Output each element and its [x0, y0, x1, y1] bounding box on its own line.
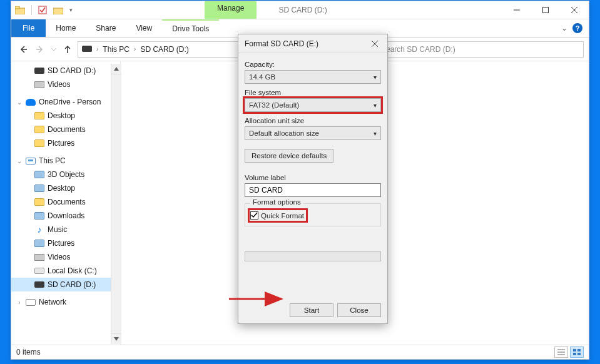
- chevron-down-icon: ▾: [374, 74, 377, 81]
- svg-rect-1: [15, 6, 19, 9]
- tree-sdcard[interactable]: SD CARD (D:): [11, 278, 120, 291]
- ribbon-tab-home[interactable]: Home: [46, 19, 86, 37]
- qat-checkbox-icon[interactable]: [38, 6, 47, 14]
- start-button[interactable]: Start: [290, 303, 333, 317]
- status-bar: 0 items: [11, 345, 589, 359]
- scroll-up-icon[interactable]: [111, 64, 121, 74]
- breadcrumb-current[interactable]: SD CARD (D:): [140, 45, 188, 54]
- ribbon-tab-view[interactable]: View: [126, 19, 162, 37]
- view-details-button[interactable]: [554, 346, 568, 358]
- chevron-down-icon: ▾: [374, 130, 377, 137]
- usb-drive-icon: [82, 45, 92, 54]
- ribbon-collapse-icon[interactable]: ⌄: [561, 24, 567, 33]
- tree-music[interactable]: ♪Music: [11, 223, 120, 236]
- capacity-label: Capacity:: [245, 61, 381, 68]
- tree-scrollbar[interactable]: [111, 64, 121, 344]
- ribbon-tab-share[interactable]: Share: [86, 19, 126, 37]
- qat-folder-icon[interactable]: [53, 6, 63, 14]
- back-button[interactable]: [16, 43, 30, 56]
- format-options-legend: Format options: [250, 198, 303, 206]
- filesystem-combo[interactable]: FAT32 (Default)▾: [245, 98, 381, 112]
- progress-bar: [245, 251, 381, 261]
- annotation-arrow: [226, 290, 289, 308]
- breadcrumb-this-pc[interactable]: This PC: [103, 45, 130, 54]
- capacity-combo[interactable]: 14.4 GB▾: [245, 70, 381, 84]
- tree-downloads[interactable]: Downloads: [11, 209, 120, 223]
- tree-thispc[interactable]: ⌄This PC: [11, 154, 120, 168]
- maximize-button[interactable]: [531, 1, 560, 19]
- explorer-icon: [15, 6, 25, 14]
- allocation-label: Allocation unit size: [245, 117, 381, 124]
- forward-button[interactable]: [33, 43, 47, 56]
- breadcrumb-sep: ›: [133, 46, 137, 53]
- breadcrumb-sep: ›: [95, 46, 99, 53]
- svg-rect-3: [53, 8, 63, 14]
- search-input[interactable]: Search SD CARD (D:): [377, 41, 584, 58]
- ribbon-file-tab[interactable]: File: [11, 19, 46, 37]
- filesystem-label: File system: [245, 89, 381, 96]
- chevron-down-icon: ▾: [374, 102, 377, 109]
- volume-label-label: Volume label: [245, 174, 381, 181]
- help-icon[interactable]: ?: [572, 23, 582, 33]
- tree-onedrive[interactable]: ⌄OneDrive - Person: [11, 95, 120, 109]
- context-tab-manage[interactable]: Manage: [205, 1, 257, 19]
- format-options-fieldset: Format options Quick Format: [245, 203, 381, 226]
- up-button[interactable]: [61, 43, 74, 56]
- titlebar: ▾ Manage SD CARD (D:): [11, 1, 589, 19]
- tree-localdisk[interactable]: Local Disk (C:): [11, 264, 120, 278]
- dialog-close-button[interactable]: [369, 41, 381, 47]
- quick-format-label: Quick Format: [261, 212, 304, 220]
- tree-desktop[interactable]: Desktop: [11, 181, 120, 195]
- recent-dropdown[interactable]: [50, 43, 58, 56]
- svg-rect-15: [577, 349, 581, 351]
- tree-network[interactable]: ›Network: [11, 295, 120, 309]
- tree-onedrive-desktop[interactable]: Desktop: [11, 109, 120, 123]
- tree-onedrive-pictures[interactable]: Pictures: [11, 136, 120, 150]
- volume-label-input[interactable]: [245, 183, 381, 197]
- tree-pictures[interactable]: Pictures: [11, 236, 120, 250]
- scroll-down-icon[interactable]: [111, 333, 121, 344]
- tree-sdcard-top[interactable]: SD CARD (D:): [11, 64, 120, 78]
- svg-rect-2: [39, 6, 46, 14]
- svg-rect-17: [577, 353, 581, 355]
- dialog-titlebar: Format SD CARD (E:): [238, 34, 387, 53]
- tree-3dobjects[interactable]: 3D Objects: [11, 168, 120, 181]
- svg-rect-14: [573, 349, 576, 351]
- window-title: SD CARD (D:): [257, 1, 502, 19]
- ribbon-tab-drive-tools[interactable]: Drive Tools: [162, 19, 219, 37]
- restore-defaults-button[interactable]: Restore device defaults: [245, 149, 333, 163]
- tree-videos[interactable]: Videos: [11, 250, 120, 264]
- qat-dropdown-icon[interactable]: ▾: [69, 7, 73, 13]
- svg-rect-16: [573, 353, 576, 355]
- close-button[interactable]: [560, 1, 589, 19]
- quick-format-checkbox[interactable]: [250, 211, 258, 220]
- tree-onedrive-documents[interactable]: Documents: [11, 123, 120, 136]
- view-large-icons-button[interactable]: [570, 346, 584, 358]
- tree-documents[interactable]: Documents: [11, 195, 120, 209]
- format-dialog: Format SD CARD (E:) Capacity: 14.4 GB▾ F…: [238, 34, 388, 324]
- tree-videos-top[interactable]: Videos: [11, 78, 120, 91]
- close-dialog-button[interactable]: Close: [337, 303, 381, 317]
- nav-tree[interactable]: SD CARD (D:) Videos ⌄OneDrive - Person D…: [11, 61, 121, 345]
- minimize-button[interactable]: [502, 1, 531, 19]
- dialog-title: Format SD CARD (E:): [245, 39, 318, 48]
- svg-rect-5: [543, 8, 549, 13]
- status-item-count: 0 items: [16, 348, 41, 356]
- allocation-combo[interactable]: Default allocation size▾: [245, 126, 381, 140]
